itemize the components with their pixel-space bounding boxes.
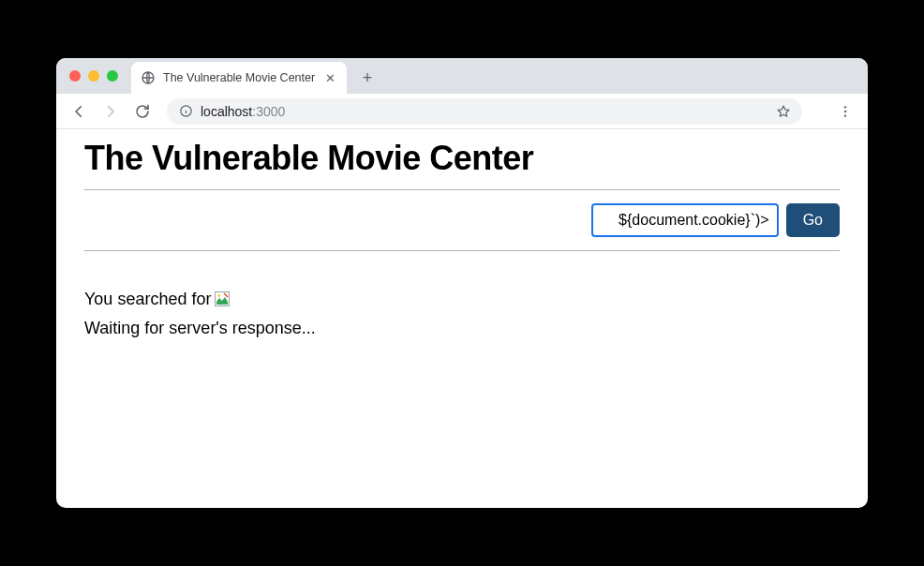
browser-window: The Vulnerable Movie Center ✕ + <box>56 58 868 508</box>
waiting-text: Waiting for server's response... <box>84 314 840 343</box>
address-bar[interactable]: localhost:3000 <box>167 98 802 125</box>
window-controls <box>69 70 118 82</box>
svg-point-6 <box>844 114 846 116</box>
go-button[interactable]: Go <box>786 203 840 237</box>
browser-tab[interactable]: The Vulnerable Movie Center ✕ <box>131 62 347 94</box>
site-info-icon[interactable] <box>178 104 193 119</box>
back-button[interactable] <box>66 98 92 125</box>
tab-title: The Vulnerable Movie Center <box>163 71 315 84</box>
maximize-window-button[interactable] <box>107 70 118 82</box>
searched-for-line: You searched for <box>84 285 840 314</box>
searched-for-label: You searched for <box>84 285 211 314</box>
bookmark-star-icon[interactable] <box>776 104 791 119</box>
browser-menu-button[interactable] <box>832 98 858 125</box>
page-title: The Vulnerable Movie Center <box>84 139 840 178</box>
browser-toolbar: localhost:3000 <box>56 94 868 129</box>
svg-point-4 <box>844 106 846 108</box>
page-content: The Vulnerable Movie Center Go You searc… <box>56 129 868 508</box>
url-port: :3000 <box>252 104 285 119</box>
svg-point-5 <box>844 110 846 112</box>
divider <box>84 250 840 251</box>
forward-button[interactable] <box>97 98 124 125</box>
search-form: Go <box>84 190 840 250</box>
url-host: localhost <box>201 104 252 119</box>
results-block: You searched for Waiting for server's re… <box>84 285 840 342</box>
svg-point-8 <box>218 294 221 297</box>
new-tab-button[interactable]: + <box>354 65 380 91</box>
close-window-button[interactable] <box>69 70 81 82</box>
minimize-window-button[interactable] <box>88 70 99 82</box>
broken-image-icon <box>215 291 230 306</box>
search-input[interactable] <box>591 203 779 237</box>
close-tab-button[interactable]: ✕ <box>322 70 337 85</box>
tab-bar: The Vulnerable Movie Center ✕ + <box>56 58 868 94</box>
url-text: localhost:3000 <box>201 104 768 119</box>
page-viewport[interactable]: The Vulnerable Movie Center Go You searc… <box>56 129 868 508</box>
globe-icon <box>141 70 156 85</box>
reload-button[interactable] <box>129 98 156 125</box>
